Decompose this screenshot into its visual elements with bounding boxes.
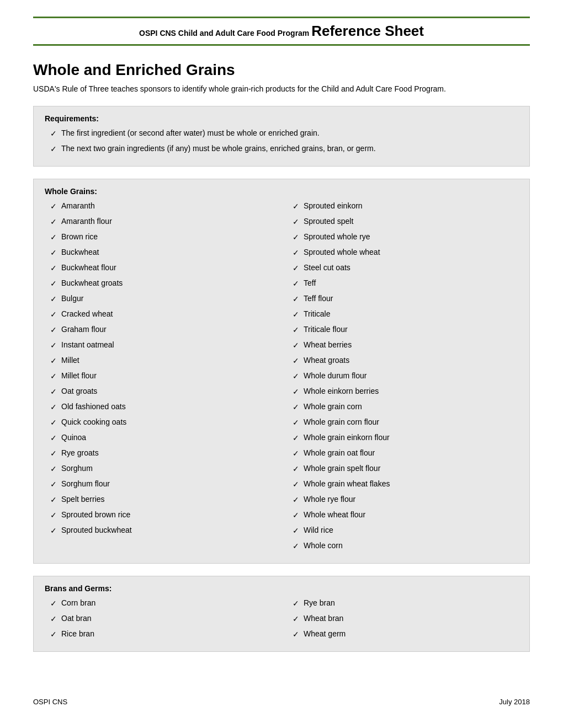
item-text: Whole grain corn flour (304, 416, 379, 428)
checkmark-icon: ✓ (50, 402, 57, 413)
item-text: Sprouted whole rye (304, 231, 370, 243)
item-text: Corn bran (61, 597, 95, 609)
list-item: ✓Whole grain oat flour (293, 447, 518, 459)
item-text: Graham flour (61, 324, 107, 335)
whole-grains-col2: ✓Sprouted einkorn✓Sprouted spelt✓Sproute… (287, 200, 518, 555)
whole-grains-box: Whole Grains: ✓Amaranth✓Amaranth flour✓B… (33, 179, 530, 564)
checkmark-icon: ✓ (293, 293, 299, 305)
checkmark-icon: ✓ (50, 340, 57, 351)
item-text: Quinoa (61, 432, 86, 443)
item-text: Rye groats (61, 447, 99, 459)
brans-germs-box: Brans and Germs: ✓Corn bran✓Oat bran✓Ric… (33, 576, 530, 652)
checkmark-icon: ✓ (50, 324, 57, 336)
list-item: ✓Oat bran (50, 613, 276, 625)
checkmark-icon: ✓ (293, 386, 299, 398)
item-text: Sprouted whole wheat (304, 247, 380, 258)
checkmark-icon: ✓ (293, 463, 299, 475)
item-text: Amaranth flour (61, 216, 112, 227)
checkmark-icon: ✓ (50, 417, 57, 429)
list-item: ✓Whole einkorn berries (293, 386, 518, 398)
item-text: Cracked wheat (61, 308, 113, 320)
item-text: Whole grain corn (304, 401, 362, 413)
item-text: Millet flour (61, 370, 97, 382)
item-text: Wheat germ (304, 628, 346, 640)
checkmark-icon: ✓ (293, 540, 299, 552)
list-item: ✓Whole grain corn flour (293, 416, 518, 429)
page-title: Whole and Enriched Grains (33, 61, 530, 79)
list-item: ✓Quinoa (50, 432, 276, 444)
checkmark-icon: ✓ (293, 510, 299, 521)
list-item: ✓Oat groats (50, 386, 276, 398)
checkmark-icon: ✓ (293, 432, 299, 444)
item-text: Buckwheat (61, 247, 99, 258)
brans-germs-col1: ✓Corn bran✓Oat bran✓Rice bran (45, 597, 276, 644)
item-text: Whole grain oat flour (304, 447, 375, 459)
checkmark-icon: ✓ (293, 402, 299, 413)
checkmark-icon: ✓ (293, 247, 299, 259)
item-text: Wheat bran (304, 613, 343, 624)
item-text: Brown rice (61, 231, 98, 243)
item-text: Whole grain wheat flakes (304, 478, 390, 490)
list-item: ✓Triticale flour (293, 324, 518, 336)
checkmark-icon: ✓ (293, 479, 299, 490)
item-text: Old fashioned oats (61, 401, 126, 413)
item-text: Whole rye flour (304, 494, 355, 505)
brans-germs-col2: ✓Rye bran✓Wheat bran✓Wheat germ (287, 597, 518, 644)
checkmark-icon: ✓ (293, 355, 299, 367)
checkmark-icon: ✓ (50, 432, 57, 444)
list-item: ✓Buckwheat groats (50, 277, 276, 290)
checkmark-icon: ✓ (50, 293, 57, 305)
checkmark-icon: ✓ (50, 247, 57, 259)
item-text: Teff flour (304, 293, 333, 304)
list-item: ✓Whole grain einkorn flour (293, 432, 518, 444)
checkmark-icon: ✓ (50, 629, 57, 640)
list-item: ✓Sprouted buckwheat (50, 524, 276, 537)
header-normal: OSPI CNS Child and Adult Care Food Progr… (139, 29, 309, 38)
list-item: ✓Wheat bran (293, 613, 518, 625)
checkmark-icon: ✓ (50, 386, 57, 398)
list-item: ✓Whole wheat flour (293, 509, 518, 521)
item-text: Triticale (304, 308, 331, 320)
checkmark-icon: ✓ (293, 629, 299, 640)
list-item: ✓Teff flour (293, 293, 518, 305)
list-item: ✓Sorghum (50, 463, 276, 475)
item-text: Steel cut oats (304, 262, 350, 274)
list-item: ✓Corn bran (50, 597, 276, 609)
list-item: ✓ The next two grain ingredients (if any… (50, 143, 518, 155)
list-item: ✓Whole grain wheat flakes (293, 478, 518, 490)
whole-grains-columns: ✓Amaranth✓Amaranth flour✓Brown rice✓Buck… (45, 200, 518, 555)
item-text: Wild rice (304, 524, 333, 536)
item-text: Wheat groats (304, 355, 349, 366)
item-text: Oat groats (61, 386, 97, 397)
item-text: Oat bran (61, 613, 91, 624)
list-item: ✓Sprouted whole rye (293, 231, 518, 243)
checkmark-icon: ✓ (50, 510, 57, 521)
checkmark-icon: ✓ (50, 598, 57, 609)
footer-right: July 2018 (499, 698, 530, 706)
item-text: Triticale flour (304, 324, 348, 335)
list-item: ✓Quick cooking oats (50, 416, 276, 429)
requirement-text: The first ingredient (or second after wa… (61, 127, 320, 139)
list-item: ✓Whole corn (293, 540, 518, 552)
checkmark-icon: ✓ (293, 216, 299, 228)
checkmark-icon: ✓ (50, 201, 57, 212)
checkmark-icon: ✓ (50, 525, 57, 537)
list-item: ✓Cracked wheat (50, 308, 276, 320)
header-large: Reference Sheet (311, 23, 424, 39)
checkmark-icon: ✓ (293, 417, 299, 429)
checkmark-icon: ✓ (50, 309, 57, 320)
item-text: Instant oatmeal (61, 339, 114, 351)
list-item: ✓Whole grain corn (293, 401, 518, 413)
item-text: Whole wheat flour (304, 509, 365, 521)
checkmark-icon: ✓ (293, 324, 299, 336)
item-text: Whole grain einkorn flour (304, 432, 390, 443)
list-item: ✓Whole durum flour (293, 370, 518, 382)
checkmark-icon: ✓ (293, 525, 299, 537)
item-text: Whole corn (304, 540, 343, 552)
brans-germs-title: Brans and Germs: (45, 584, 518, 593)
checkmark-icon: ✓ (293, 263, 299, 274)
checkmark-icon: ✓ (50, 448, 57, 459)
list-item: ✓Wild rice (293, 524, 518, 537)
list-item: ✓Buckwheat (50, 247, 276, 259)
item-text: Sprouted einkorn (304, 200, 363, 212)
